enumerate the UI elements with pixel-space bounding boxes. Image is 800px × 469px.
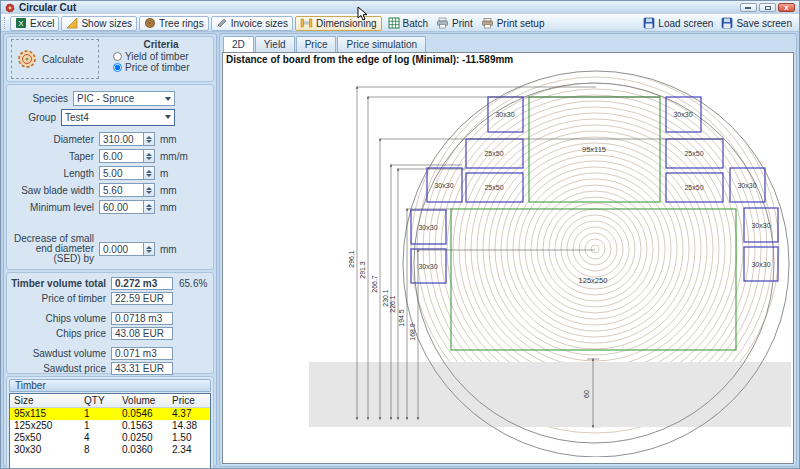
- svg-text:168.9: 168.9: [409, 323, 416, 341]
- tab-price[interactable]: Price: [296, 36, 337, 52]
- price-of-timber-value: 22.59 EUR: [111, 292, 173, 305]
- minimum-level-label: Minimum level: [11, 202, 99, 213]
- close-button[interactable]: x: [778, 3, 795, 12]
- table-row[interactable]: 125x25010.156314.38: [10, 420, 210, 432]
- view-tabs: 2D Yield Price Price simulation: [223, 36, 794, 52]
- floppy-disk-icon: [643, 17, 655, 29]
- show-sizes-button[interactable]: Show sizes: [61, 16, 137, 31]
- print-setup-button[interactable]: Print setup: [477, 16, 549, 31]
- view-panel: 2D Yield Price Price simulation Distance…: [219, 33, 797, 467]
- toolbar: X Excel Show sizes Tree rings Invoice si: [1, 14, 799, 32]
- pencil-icon: [216, 17, 228, 29]
- group-dropdown[interactable]: Test4: [61, 109, 175, 126]
- tree-rings-button[interactable]: Tree rings: [139, 16, 209, 31]
- sed-spinner[interactable]: [143, 242, 155, 256]
- batch-button[interactable]: Batch: [384, 16, 433, 31]
- svg-text:60: 60: [583, 390, 590, 398]
- app-icon-saw-blade: [5, 3, 15, 13]
- svg-text:25x50: 25x50: [484, 184, 503, 191]
- length-label: Length: [11, 168, 99, 179]
- svg-text:30x30: 30x30: [673, 111, 692, 118]
- chips-volume-value: 0.0718 m3: [111, 312, 173, 325]
- excel-button[interactable]: X Excel: [10, 16, 59, 31]
- timber-table-header: SizeQTYVolumePrice: [10, 394, 210, 408]
- chips-price-label: Chips price: [11, 328, 111, 339]
- log-cross-section-canvas: Distance of board from the edge of log (…: [222, 52, 794, 464]
- diameter-input[interactable]: 310.00: [99, 132, 143, 146]
- svg-text:30x30: 30x30: [418, 263, 437, 270]
- svg-text:30x30: 30x30: [751, 261, 770, 268]
- group-label: Group: [11, 112, 61, 123]
- minimum-level-input[interactable]: 60.00: [99, 200, 143, 214]
- length-input[interactable]: 5.00: [99, 166, 143, 180]
- svg-text:30x30: 30x30: [418, 224, 437, 231]
- length-spinner[interactable]: [143, 166, 155, 180]
- printer-icon: [436, 17, 449, 29]
- caliper-icon: [300, 17, 313, 29]
- criteria-title: Criteria: [113, 39, 209, 50]
- svg-text:291.3: 291.3: [359, 261, 366, 279]
- tree-rings-icon: [144, 17, 156, 29]
- tab-2d[interactable]: 2D: [223, 36, 254, 52]
- criteria-group: Calculate Criteria Yield of timber Price…: [6, 36, 214, 82]
- tab-yield[interactable]: Yield: [255, 36, 295, 52]
- ruler-triangle-icon: [66, 17, 78, 29]
- saw-blade-width-label: Saw blade width: [11, 185, 99, 196]
- minimize-button[interactable]: [740, 3, 757, 12]
- waste-band: [309, 362, 791, 427]
- load-screen-button[interactable]: Load screen: [639, 16, 717, 31]
- svg-text:25x50: 25x50: [684, 150, 703, 157]
- toolbar-grip: [4, 17, 7, 29]
- saw-blade-width-spinner[interactable]: [143, 183, 155, 197]
- svg-text:25x50: 25x50: [684, 184, 703, 191]
- taper-spinner[interactable]: [143, 149, 155, 163]
- svg-text:95x115: 95x115: [582, 145, 606, 154]
- taper-label: Taper: [11, 151, 99, 162]
- tab-price-simulation[interactable]: Price simulation: [337, 36, 426, 52]
- svg-text:30x30: 30x30: [751, 222, 770, 229]
- chips-price-value: 43.08 EUR: [111, 327, 173, 340]
- svg-text:X: X: [18, 19, 24, 28]
- svg-text:30x30: 30x30: [434, 182, 453, 189]
- table-row[interactable]: 30x3080.03602.34: [10, 444, 210, 456]
- radio-yield-of-timber[interactable]: Yield of timber: [113, 51, 209, 62]
- parameters-group: Species PIC - Spruce Group Test4 Diamete…: [6, 84, 214, 270]
- table-row[interactable]: 25x5040.02501.50: [10, 432, 210, 444]
- svg-text:194.5: 194.5: [398, 309, 405, 327]
- saw-blade-width-input[interactable]: 5.60: [99, 183, 143, 197]
- species-dropdown[interactable]: PIC - Spruce: [73, 91, 175, 106]
- invoice-sizes-button[interactable]: Invoice sizes: [211, 16, 293, 31]
- svg-text:30x30: 30x30: [495, 111, 514, 118]
- sawdust-volume-label: Sawdust volume: [11, 348, 111, 359]
- maximize-button[interactable]: [759, 3, 776, 12]
- floppy-disk-icon: [721, 17, 733, 29]
- calculate-button[interactable]: Calculate: [11, 39, 99, 79]
- print-button[interactable]: Print: [432, 16, 477, 31]
- yield-radio[interactable]: [113, 52, 122, 61]
- settings-panel: Calculate Criteria Yield of timber Price…: [3, 33, 217, 467]
- timber-section-title: Timber: [9, 379, 211, 392]
- svg-text:296.1: 296.1: [348, 250, 355, 268]
- chevron-down-icon: [165, 97, 171, 101]
- svg-text:226.1: 226.1: [389, 295, 396, 313]
- excel-icon: X: [15, 17, 27, 29]
- svg-text:25x50: 25x50: [484, 150, 503, 157]
- species-label: Species: [11, 93, 73, 104]
- diameter-spinner[interactable]: [143, 132, 155, 146]
- window-title: Circular Cut: [19, 2, 76, 13]
- taper-input[interactable]: 6.00: [99, 149, 143, 163]
- svg-text:125x250: 125x250: [579, 276, 608, 285]
- timber-group: Timber SizeQTYVolumePrice 95x11510.05464…: [6, 376, 214, 469]
- sed-input[interactable]: 0.000: [99, 242, 143, 256]
- results-group: Timber volume total 0.272 m3 65.6% Price…: [6, 272, 214, 374]
- radio-price-of-timber[interactable]: Price of timber: [113, 62, 209, 73]
- chevron-down-icon: [165, 115, 171, 119]
- sawdust-price-label: Sawdust price: [11, 363, 111, 374]
- sawdust-volume-value: 0.071 m3: [111, 347, 173, 360]
- timber-volume-total-value: 0.272 m3: [111, 277, 173, 290]
- table-row[interactable]: 95x11510.05464.37: [10, 408, 210, 420]
- save-screen-button[interactable]: Save screen: [717, 16, 796, 31]
- price-radio[interactable]: [113, 63, 122, 72]
- minimum-level-spinner[interactable]: [143, 200, 155, 214]
- title-bar: Circular Cut x: [1, 1, 799, 14]
